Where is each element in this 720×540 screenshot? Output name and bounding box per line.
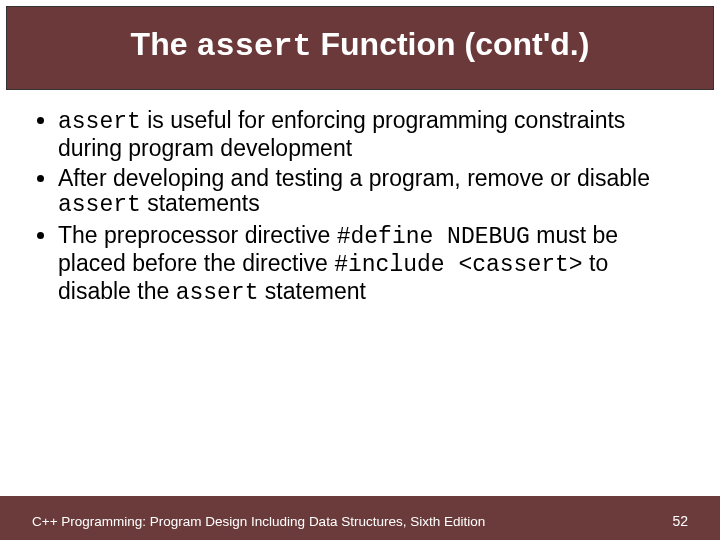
list-item: After developing and testing a program, … <box>58 166 684 220</box>
bullet-text: statements <box>141 190 260 216</box>
bullet-code: #define NDEBUG <box>337 224 530 250</box>
slide: The assert Function (cont'd.) assert is … <box>0 6 720 540</box>
footer-bar: C++ Programming: Program Design Includin… <box>0 496 720 540</box>
bullet-list: assert is useful for enforcing programmi… <box>36 108 684 306</box>
footer-text: C++ Programming: Program Design Includin… <box>32 514 485 529</box>
bullet-code: #include <cassert> <box>334 252 582 278</box>
bullet-code: assert <box>58 192 141 218</box>
title-band: The assert Function (cont'd.) <box>6 6 714 90</box>
bullet-text: statement <box>258 278 365 304</box>
bullet-text: After developing and testing a program, … <box>58 165 650 191</box>
list-item: assert is useful for enforcing programmi… <box>58 108 684 162</box>
title-post: Function (cont'd.) <box>312 26 590 62</box>
title-code: assert <box>196 28 311 65</box>
bullet-text: The preprocessor directive <box>58 222 337 248</box>
list-item: The preprocessor directive #define NDEBU… <box>58 223 684 306</box>
title-pre: The <box>131 26 197 62</box>
slide-body: assert is useful for enforcing programmi… <box>0 90 720 306</box>
page-number: 52 <box>672 513 688 529</box>
bullet-code: assert <box>58 109 141 135</box>
slide-title: The assert Function (cont'd.) <box>131 27 590 64</box>
bullet-text: is useful for enforcing programming cons… <box>58 107 625 161</box>
bullet-code: assert <box>176 280 259 306</box>
